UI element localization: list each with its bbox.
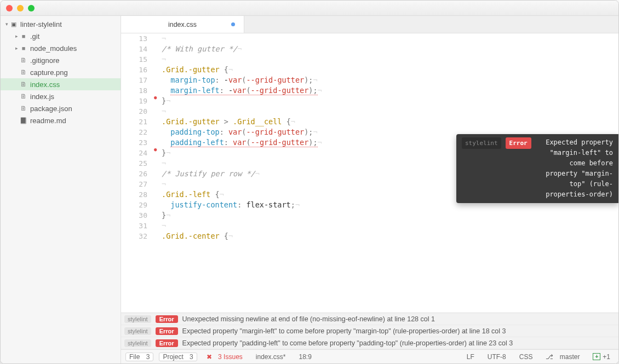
code-text[interactable]: ¬ <box>162 179 166 189</box>
lint-message: Expected property "margin-left" to come … <box>182 327 506 335</box>
lint-level-badge: Error <box>156 315 178 323</box>
lint-panel[interactable]: stylelintErrorUnexpected missing newline… <box>121 313 618 349</box>
status-filename[interactable]: index.css* <box>252 353 290 361</box>
titlebar[interactable] <box>1 1 618 16</box>
tree-item-node_modules[interactable]: ▸node_modules <box>1 42 121 54</box>
lint-row[interactable]: stylelintErrorExpected property "padding… <box>121 337 618 349</box>
chevron-right-icon[interactable]: ▸ <box>14 33 19 39</box>
line-number[interactable]: 18 <box>121 85 152 96</box>
status-grammar[interactable]: CSS <box>515 353 537 361</box>
tree-item-index-css[interactable]: index.css <box>1 78 121 90</box>
line-number[interactable]: 25 <box>121 158 152 169</box>
code-text[interactable]: .Grid.-left {¬ <box>162 189 224 200</box>
code-line[interactable]: 15¬ <box>121 54 618 65</box>
status-git-diff[interactable]: ++1 <box>589 353 614 361</box>
line-number[interactable]: 28 <box>121 189 152 200</box>
line-number[interactable]: 21 <box>121 117 152 127</box>
status-project-scope[interactable]: Project 3 <box>159 353 197 361</box>
tree-root[interactable]: ▾ linter-stylelint <box>1 18 121 30</box>
line-number[interactable]: 14 <box>121 44 152 54</box>
status-git-branch[interactable]: ⎇ master <box>542 353 583 361</box>
status-issues[interactable]: ✖ 3 Issues <box>203 353 247 361</box>
chevron-right-icon[interactable]: ▸ <box>14 45 19 51</box>
tree-item-readme-md[interactable]: readme.md <box>1 114 121 126</box>
line-number[interactable]: 29 <box>121 200 152 210</box>
lint-source: stylelint <box>124 339 151 347</box>
status-file-scope[interactable]: File 3 <box>125 353 153 361</box>
code-text[interactable]: .Grid.-gutter > .Grid__cell {¬ <box>162 117 295 127</box>
line-number[interactable]: 16 <box>121 65 152 75</box>
file-icon <box>19 80 28 89</box>
code-editor[interactable]: 13¬14/* With gutter */¬15¬16.Grid.-gutte… <box>121 33 618 313</box>
code-text[interactable]: }¬ <box>162 210 170 221</box>
line-number[interactable]: 27 <box>121 179 152 189</box>
code-text[interactable]: margin-top: -var(--grid-gutter);¬ <box>162 75 318 85</box>
status-encoding[interactable]: UTF-8 <box>484 353 510 361</box>
code-text[interactable]: ¬ <box>162 54 166 65</box>
code-text[interactable]: .Grid.-gutter {¬ <box>162 65 233 75</box>
line-number[interactable]: 23 <box>121 137 152 148</box>
repo-icon <box>9 20 18 28</box>
line-number[interactable]: 24 <box>121 148 152 158</box>
code-text[interactable]: ¬ <box>162 158 166 169</box>
tree-item--gitignore[interactable]: .gitignore <box>1 54 121 66</box>
code-text[interactable]: margin-left: -var(--grid-gutter);¬ <box>162 85 322 96</box>
close-icon[interactable] <box>6 5 13 11</box>
code-line[interactable]: 14/* With gutter */¬ <box>121 44 618 54</box>
code-text[interactable]: padding-top: var(--grid-gutter);¬ <box>162 127 318 137</box>
code-text[interactable]: }¬ <box>162 96 170 106</box>
tooltip-message: Expected property "margin-left" to come … <box>536 137 613 200</box>
code-line[interactable]: 19}¬ <box>121 96 618 106</box>
code-text[interactable]: .Grid.-center {¬ <box>162 231 233 241</box>
line-number[interactable]: 17 <box>121 75 152 85</box>
line-number[interactable]: 22 <box>121 127 152 137</box>
code-line[interactable]: 20¬ <box>121 106 618 117</box>
tree-item-package-json[interactable]: package.json <box>1 102 121 114</box>
code-line[interactable]: 18 margin-left: -var(--grid-gutter);¬ <box>121 85 618 96</box>
code-line[interactable]: 21.Grid.-gutter > .Grid__cell {¬ <box>121 117 618 127</box>
x-icon: ✖ <box>207 353 212 361</box>
code-text[interactable]: /* Justify per row */¬ <box>162 169 260 179</box>
minimize-icon[interactable] <box>17 5 24 11</box>
status-cursor[interactable]: 18:9 <box>295 353 316 361</box>
code-line[interactable]: 30}¬ <box>121 210 618 221</box>
lint-row[interactable]: stylelintErrorExpected property "margin-… <box>121 325 618 337</box>
lint-message: Expected property "padding-left" to come… <box>182 339 513 347</box>
code-text[interactable]: ¬ <box>162 33 166 44</box>
code-line[interactable]: 32.Grid.-center {¬ <box>121 231 618 241</box>
tree-item-label: package.json <box>30 105 72 113</box>
code-text[interactable]: }¬ <box>162 148 170 158</box>
line-number[interactable]: 26 <box>121 169 152 179</box>
code-line[interactable]: 13¬ <box>121 33 618 44</box>
line-number[interactable]: 32 <box>121 231 152 241</box>
tree-item--git[interactable]: ▸.git <box>1 30 121 42</box>
tree-item-label: .gitignore <box>30 56 59 65</box>
line-number[interactable]: 30 <box>121 210 152 221</box>
tab-index-css[interactable]: index.css <box>121 16 244 33</box>
lint-row[interactable]: stylelintErrorUnexpected missing newline… <box>121 313 618 325</box>
status-eol[interactable]: LF <box>463 353 478 361</box>
file-tree[interactable]: ▾ linter-stylelint ▸.git▸node_modules.gi… <box>1 16 121 363</box>
tree-item-label: index.css <box>30 80 60 89</box>
lint-tooltip: stylelint Error Expected property "margi… <box>456 134 618 203</box>
code-text[interactable]: ¬ <box>162 221 166 231</box>
line-number[interactable]: 19 <box>121 96 152 106</box>
content-area: ▾ linter-stylelint ▸.git▸node_modules.gi… <box>1 16 618 363</box>
code-text[interactable]: padding-left: var(--grid-gutter);¬ <box>162 137 322 148</box>
code-line[interactable]: 17 margin-top: -var(--grid-gutter);¬ <box>121 75 618 85</box>
line-number[interactable]: 20 <box>121 106 152 117</box>
line-number[interactable]: 31 <box>121 221 152 231</box>
code-line[interactable]: 31¬ <box>121 221 618 231</box>
code-line[interactable]: 16.Grid.-gutter {¬ <box>121 65 618 75</box>
code-text[interactable]: ¬ <box>162 106 166 117</box>
line-number[interactable]: 15 <box>121 54 152 65</box>
tree-item-index-js[interactable]: index.js <box>1 90 121 102</box>
chevron-down-icon[interactable]: ▾ <box>4 21 9 27</box>
line-number[interactable]: 13 <box>121 33 152 44</box>
tree-item-capture-png[interactable]: capture.png <box>1 66 121 78</box>
folder-icon <box>19 44 28 53</box>
code-text[interactable]: justify-content: flex-start;¬ <box>162 200 300 210</box>
tab-bar[interactable]: index.css <box>121 16 618 33</box>
code-text[interactable]: /* With gutter */¬ <box>162 44 242 54</box>
zoom-icon[interactable] <box>28 5 35 11</box>
